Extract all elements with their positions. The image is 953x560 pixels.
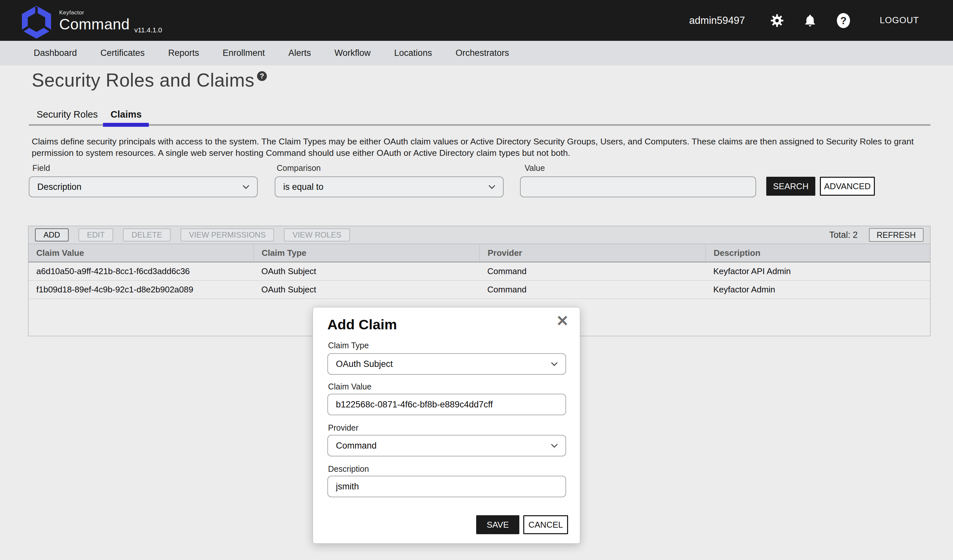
brand-command: Command bbox=[59, 17, 130, 32]
nav-item-orchestrators[interactable]: Orchestrators bbox=[456, 48, 509, 58]
tab-claims[interactable]: Claims bbox=[110, 109, 141, 120]
page-heading: Security Roles and Claims ? bbox=[32, 69, 267, 91]
advanced-button[interactable]: ADVANCED bbox=[820, 177, 875, 196]
question-circle-icon: ? bbox=[836, 12, 851, 29]
add-claim-modal: Add Claim ✕ Claim Type OAuth Subject Cla… bbox=[313, 307, 580, 544]
tab-security-roles[interactable]: Security Roles bbox=[37, 109, 98, 120]
provider-select-wrap: Command bbox=[327, 435, 566, 456]
settings-button[interactable] bbox=[770, 13, 784, 28]
field-label: Field bbox=[33, 163, 50, 173]
page-title: Security Roles and Claims bbox=[32, 69, 255, 91]
bell-icon bbox=[803, 13, 817, 28]
comparison-select-wrap: is equal to bbox=[275, 176, 504, 197]
comparison-label: Comparison bbox=[277, 163, 321, 173]
provider-label: Provider bbox=[328, 423, 359, 433]
value-input-wrap bbox=[520, 176, 756, 197]
claim-type-select-wrap: OAuth Subject bbox=[327, 353, 566, 375]
nav-item-dashboard[interactable]: Dashboard bbox=[34, 48, 77, 58]
cell-provider: Command bbox=[480, 281, 705, 299]
nav-item-reports[interactable]: Reports bbox=[168, 48, 199, 58]
cell-claim-value: a6d10a50-a9ff-421b-8cc1-f6cd3add6c36 bbox=[28, 262, 253, 280]
logout-button[interactable]: LOGOUT bbox=[880, 15, 919, 25]
total-count-label: Total: 2 bbox=[829, 230, 857, 240]
active-tab-indicator bbox=[103, 123, 149, 127]
page-help-icon[interactable]: ? bbox=[257, 71, 267, 81]
description-label: Description bbox=[328, 464, 369, 474]
cell-description: Keyfactor API Admin bbox=[705, 262, 930, 280]
cancel-button[interactable]: CANCEL bbox=[523, 515, 568, 534]
save-button[interactable]: SAVE bbox=[476, 515, 519, 534]
claim-type-select[interactable]: OAuth Subject bbox=[327, 353, 566, 375]
view-permissions-button[interactable]: VIEW PERMISSIONS bbox=[180, 228, 275, 241]
cell-claim-type: OAuth Subject bbox=[253, 281, 480, 299]
grid-toolbar: ADD EDIT DELETE VIEW PERMISSIONS VIEW RO… bbox=[28, 226, 930, 244]
search-button[interactable]: SEARCH bbox=[766, 177, 815, 196]
nav-item-certificates[interactable]: Certificates bbox=[100, 48, 144, 58]
brand[interactable]: Keyfactor Command v11.4.1.0 bbox=[21, 3, 162, 39]
grid-header-row: Claim Value Claim Type Provider Descript… bbox=[28, 244, 930, 262]
column-header-claim-value[interactable]: Claim Value bbox=[28, 244, 253, 262]
tab-divider bbox=[29, 124, 930, 126]
description-input-wrap bbox=[327, 476, 566, 497]
cell-provider: Command bbox=[480, 262, 705, 280]
brand-text: Keyfactor Command bbox=[59, 10, 130, 32]
app-version: v11.4.1.0 bbox=[134, 26, 162, 34]
help-button[interactable]: ? bbox=[836, 12, 851, 29]
value-input[interactable] bbox=[520, 176, 756, 197]
app-screen: Keyfactor Command v11.4.1.0 admin59497 bbox=[0, 0, 953, 560]
page-description: Claims define security principals with a… bbox=[32, 136, 915, 159]
claim-value-label: Claim Value bbox=[328, 382, 371, 391]
view-roles-button[interactable]: VIEW ROLES bbox=[284, 228, 349, 241]
claim-value-input[interactable] bbox=[327, 394, 566, 415]
brand-keyfactor: Keyfactor bbox=[59, 10, 130, 15]
table-row[interactable]: a6d10a50-a9ff-421b-8cc1-f6cd3add6c36 OAu… bbox=[28, 262, 930, 281]
add-button[interactable]: ADD bbox=[35, 228, 69, 241]
field-select-wrap: Description bbox=[29, 176, 258, 197]
modal-title: Add Claim bbox=[327, 317, 397, 333]
keyfactor-logo-icon bbox=[21, 6, 52, 39]
grid-toolbar-right: Total: 2 REFRESH bbox=[829, 228, 924, 242]
nav-item-locations[interactable]: Locations bbox=[394, 48, 432, 58]
cell-claim-type: OAuth Subject bbox=[253, 262, 480, 280]
value-label: Value bbox=[525, 163, 545, 173]
edit-button[interactable]: EDIT bbox=[79, 228, 113, 241]
top-bar-actions: admin59497 bbox=[689, 0, 919, 41]
column-header-provider[interactable]: Provider bbox=[480, 244, 705, 262]
close-icon[interactable]: ✕ bbox=[556, 313, 569, 328]
delete-button[interactable]: DELETE bbox=[123, 228, 171, 241]
top-bar: Keyfactor Command v11.4.1.0 admin59497 bbox=[0, 0, 953, 41]
refresh-button[interactable]: REFRESH bbox=[869, 228, 924, 242]
comparison-select[interactable]: is equal to bbox=[275, 176, 504, 197]
username-label: admin59497 bbox=[689, 15, 745, 26]
svg-text:?: ? bbox=[841, 15, 847, 26]
provider-select[interactable]: Command bbox=[327, 435, 566, 456]
cell-claim-value: f1b09d18-89ef-4c9b-92c1-d8e2b902a089 bbox=[28, 281, 253, 299]
notifications-button[interactable] bbox=[803, 13, 817, 28]
claim-value-input-wrap bbox=[327, 394, 566, 415]
nav-item-enrollment[interactable]: Enrollment bbox=[223, 48, 265, 58]
description-input[interactable] bbox=[327, 476, 566, 497]
main-nav: Dashboard Certificates Reports Enrollmen… bbox=[0, 41, 953, 65]
table-row[interactable]: f1b09d18-89ef-4c9b-92c1-d8e2b902a089 OAu… bbox=[28, 281, 930, 299]
gear-icon bbox=[770, 13, 784, 28]
column-header-claim-type[interactable]: Claim Type bbox=[253, 244, 480, 262]
claim-type-label: Claim Type bbox=[328, 341, 369, 350]
nav-item-alerts[interactable]: Alerts bbox=[289, 48, 311, 58]
nav-item-workflow[interactable]: Workflow bbox=[335, 48, 371, 58]
cell-description: Keyfactor Admin bbox=[705, 281, 930, 299]
column-header-description[interactable]: Description bbox=[705, 244, 930, 262]
field-select[interactable]: Description bbox=[29, 176, 258, 197]
